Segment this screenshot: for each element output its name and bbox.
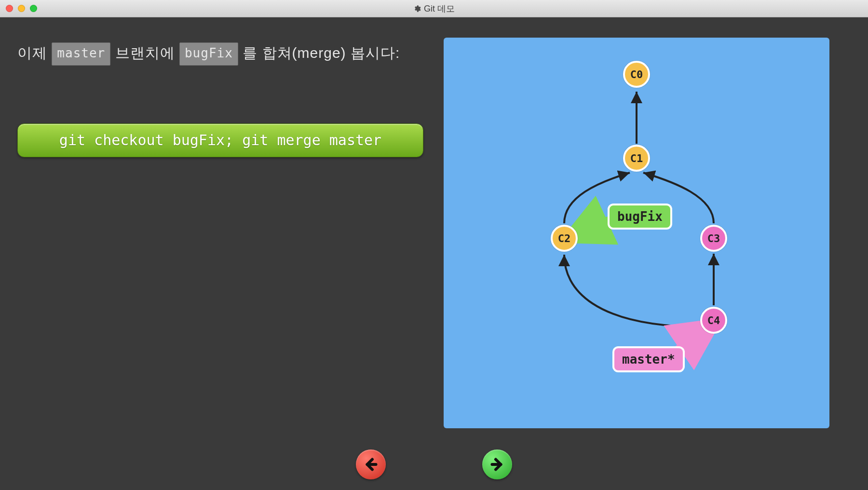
svg-line-2 bbox=[583, 220, 608, 231]
left-pane: 이제 master 브랜치에 bugFix 를 합쳐(merge) 봅시다: g… bbox=[0, 17, 444, 490]
commit-label: C4 bbox=[707, 314, 720, 327]
instruction-part3: 를 합쳐(merge) 봅시다: bbox=[243, 45, 400, 61]
next-button[interactable] bbox=[482, 449, 512, 479]
code-chip-master: master bbox=[52, 42, 110, 66]
zoom-window-button[interactable] bbox=[30, 5, 37, 12]
traffic-lights bbox=[6, 5, 37, 12]
branch-label: bugFix bbox=[617, 209, 663, 224]
instruction-part1: 이제 bbox=[17, 45, 47, 61]
arrow-right-icon bbox=[488, 456, 506, 473]
content-area: 이제 master 브랜치에 bugFix 를 합쳐(merge) 봅시다: g… bbox=[0, 17, 868, 490]
commit-node-c4[interactable]: C4 bbox=[700, 307, 727, 334]
titlebar: Git 데모 bbox=[0, 0, 868, 17]
instruction-part2: 브랜치에 bbox=[115, 45, 175, 61]
commit-label: C3 bbox=[707, 232, 720, 245]
instruction-text: 이제 master 브랜치에 bugFix 를 합쳐(merge) 봅시다: bbox=[17, 41, 426, 66]
app-window: Git 데모 이제 master 브랜치에 bugFix 를 합쳐(merge)… bbox=[0, 0, 868, 490]
commit-label: C0 bbox=[630, 68, 643, 81]
commit-node-c2[interactable]: C2 bbox=[551, 225, 578, 252]
commit-node-c1[interactable]: C1 bbox=[623, 145, 650, 172]
code-chip-bugfix: bugFix bbox=[179, 42, 238, 66]
nav-row bbox=[0, 449, 868, 479]
branch-tag-bugfix[interactable]: bugFix bbox=[608, 204, 672, 230]
branch-label: master* bbox=[622, 352, 675, 367]
branch-tag-master[interactable]: master* bbox=[612, 346, 685, 372]
prev-button[interactable] bbox=[356, 449, 386, 479]
git-command-text: git checkout bugFix; git merge master bbox=[59, 132, 381, 149]
commit-node-c3[interactable]: C3 bbox=[700, 225, 727, 252]
arrow-left-icon bbox=[362, 456, 380, 473]
git-command-button[interactable]: git checkout bugFix; git merge master bbox=[17, 123, 423, 157]
window-title: Git 데모 bbox=[0, 3, 868, 14]
commit-label: C1 bbox=[630, 152, 643, 164]
gear-icon bbox=[413, 5, 421, 13]
minimize-window-button[interactable] bbox=[18, 5, 25, 12]
git-graph-canvas: C0 C1 C2 C3 C4 bugFix bbox=[444, 38, 829, 428]
right-pane: C0 C1 C2 C3 C4 bugFix bbox=[444, 17, 868, 490]
window-title-text: Git 데모 bbox=[424, 3, 455, 14]
commit-node-c0[interactable]: C0 bbox=[623, 61, 650, 88]
commit-label: C2 bbox=[558, 232, 571, 245]
close-window-button[interactable] bbox=[6, 5, 13, 12]
